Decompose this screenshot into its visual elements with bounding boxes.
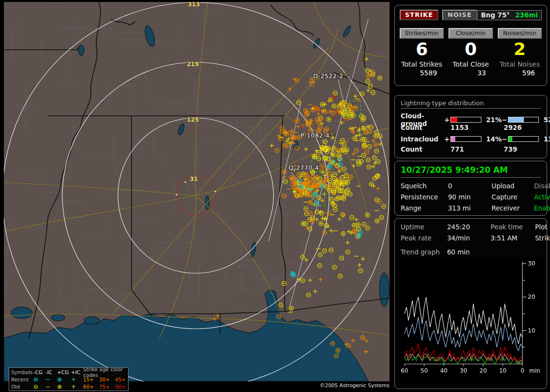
svg-text:50: 50 xyxy=(420,367,428,374)
datetime-display: 10/27/2025 9:49:20 AM xyxy=(401,165,541,178)
status-panel: 10/27/2025 9:49:20 AM Squelch 0 Upload D… xyxy=(394,161,547,216)
trend-chart: 1020306050403020100min xyxy=(401,258,544,384)
age-75: 75+ xyxy=(99,384,115,390)
persistence-value: 90 min xyxy=(448,193,492,201)
svg-text:219: 219 xyxy=(187,61,199,68)
copyright-text: ©2005 Astrogenic Systems xyxy=(271,382,390,388)
total-close-value: 33 xyxy=(449,69,492,77)
ic-positive-bar xyxy=(450,136,481,142)
distribution-panel: Lightning type distribution Cloud-ground… xyxy=(394,95,547,158)
close-per-min-value: 0 xyxy=(449,40,492,59)
trend-graph-value: 60 min xyxy=(447,248,491,256)
ic-positive-pct: 14% xyxy=(481,135,502,143)
minus-icon: − xyxy=(45,384,57,389)
svg-text:313: 313 xyxy=(188,2,200,8)
receiver-label: Receiver xyxy=(492,204,534,212)
noises-per-min-button[interactable]: Noises/min xyxy=(498,28,542,39)
age-45: 45+ xyxy=(115,377,130,382)
noises-per-min-value: 2 xyxy=(498,40,542,59)
count-label: Count xyxy=(401,145,450,153)
plot-label: Plot xyxy=(535,223,550,231)
svg-text:60: 60 xyxy=(401,367,408,374)
peak-rate-label: Peak rate xyxy=(401,234,447,242)
minus-icon: − xyxy=(45,377,57,382)
age-90: 90+ xyxy=(115,384,130,390)
legend-symbols-header: Symbols xyxy=(11,369,33,375)
distribution-title: Lightning type distribution xyxy=(401,99,541,109)
cg-positive-bar xyxy=(450,117,481,123)
circle-plus-icon: ⊕ xyxy=(57,384,71,389)
squelch-value: 0 xyxy=(448,182,492,190)
strike-mode-button[interactable]: STRIKE xyxy=(400,10,438,20)
svg-text:125: 125 xyxy=(187,116,199,123)
svg-text:20: 20 xyxy=(479,367,487,374)
minus-sign: − xyxy=(502,135,508,143)
upload-label: Upload xyxy=(492,182,534,190)
noise-mode-button[interactable]: NOISE xyxy=(442,10,477,20)
trend-panel: Uptime 245:20 Peak time Plot Peak rate 3… xyxy=(394,218,547,389)
receiver-status: Enabled xyxy=(534,204,550,212)
map-canvas[interactable]: 31321912531 D-2522-2^P-1082-4^Q-2770-4- xyxy=(4,2,390,381)
ic-negative-bar xyxy=(508,136,539,142)
range-value: 313 mi xyxy=(448,204,492,212)
app-window: 31321912531 D-2522-2^P-1082-4^Q-2770-4- … xyxy=(0,0,550,392)
capture-status: Active xyxy=(534,193,550,201)
bearing-label: Bng 75° xyxy=(481,11,510,19)
cg-negative-bar xyxy=(508,117,539,123)
plus-sign: + xyxy=(444,135,450,143)
trend-graph-label: Trend graph xyxy=(401,248,447,256)
svg-text:10: 10 xyxy=(499,367,507,374)
bearing-range: 236mi xyxy=(515,11,538,19)
strikes-per-min-button[interactable]: Strikes/min xyxy=(400,28,444,39)
close-per-min-button[interactable]: Close/min xyxy=(449,28,492,39)
symbol-legend: Symbols -CG -IC +CG +IC Strike age color… xyxy=(9,367,129,391)
svg-text:10: 10 xyxy=(528,327,535,334)
ic-positive-count: 771 xyxy=(450,145,504,153)
bearing-display: Bng 75° 236mi xyxy=(477,10,542,20)
strikes-per-min-value: 6 xyxy=(400,40,444,59)
total-strikes-value: 5589 xyxy=(400,69,444,77)
plot-mode-value: Strike xyxy=(535,234,550,242)
legend-type-pic: +IC xyxy=(71,369,83,375)
plus-icon: + xyxy=(71,384,83,389)
persistence-label: Persistence xyxy=(401,193,448,201)
circle-plus-icon: ⊕ xyxy=(57,377,71,382)
plus-sign: + xyxy=(444,116,450,124)
minus-sign: − xyxy=(502,116,508,124)
ic-negative-count: 739 xyxy=(504,145,541,153)
total-noises-label: Total Noises xyxy=(498,60,542,68)
peak-rate-value: 34/min xyxy=(447,234,491,242)
legend-row-old-label: Old xyxy=(11,384,33,390)
range-label: Range xyxy=(401,204,448,212)
legend-type-pcg: +CG xyxy=(57,369,71,375)
circle-minus-icon: ⊖ xyxy=(33,384,45,389)
uptime-value: 245:20 xyxy=(447,223,491,231)
cg-negative-pct: 52% xyxy=(539,116,550,124)
cg-positive-pct: 21% xyxy=(481,116,502,124)
svg-text:D-2522-2^: D-2522-2^ xyxy=(313,72,348,80)
svg-text:31: 31 xyxy=(190,176,198,182)
total-noises-value: 596 xyxy=(498,69,542,77)
circle-minus-icon: ⊖ xyxy=(33,377,45,382)
cg-positive-count: 1153 xyxy=(450,124,504,131)
legend-type-ncg: -CG xyxy=(33,369,45,375)
age-30: 30+ xyxy=(99,377,115,382)
uptime-label: Uptime xyxy=(401,223,447,231)
legend-type-nic: -IC xyxy=(45,369,57,375)
svg-text:Q-2770-4-: Q-2770-4- xyxy=(289,164,321,171)
stats-panel: STRIKE NOISE Bng 75° 236mi Strikes/min C… xyxy=(394,5,547,86)
capture-label: Capture xyxy=(492,193,534,201)
svg-text:0: 0 xyxy=(521,367,524,374)
cg-negative-count: 2926 xyxy=(504,124,541,131)
lightning-map[interactable]: 31321912531 D-2522-2^P-1082-4^Q-2770-4- … xyxy=(4,2,390,381)
ic-negative-pct: 13% xyxy=(539,135,550,143)
upload-status: Disabled xyxy=(534,182,550,190)
peak-time-label: Peak time xyxy=(491,223,535,231)
count-label: Count xyxy=(401,124,450,131)
plus-icon: + xyxy=(71,377,83,382)
age-60: 60+ xyxy=(83,384,99,390)
total-strikes-label: Total Strikes xyxy=(400,60,444,68)
intracloud-label: Intracloud xyxy=(401,135,444,143)
total-close-label: Total Close xyxy=(449,60,492,68)
svg-text:30: 30 xyxy=(528,260,535,267)
